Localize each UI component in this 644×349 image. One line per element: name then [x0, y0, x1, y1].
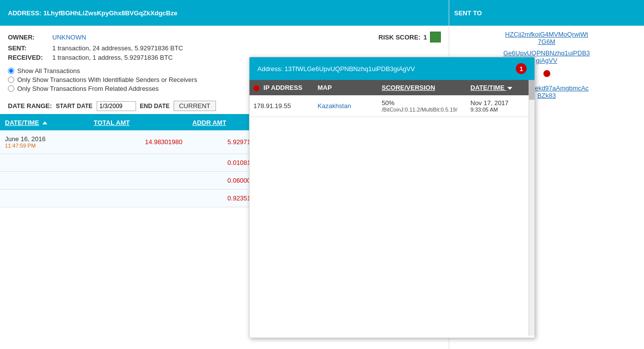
modal-header: Address: 13TfWLGe6UpvUQPNBNzhq1uiPDB3giA…: [250, 57, 535, 80]
cell-datetime-4: [0, 190, 89, 207]
cell-datetime-2: [0, 154, 89, 171]
radio-identifiable[interactable]: [8, 77, 14, 83]
total-amt-1: 14.98301980: [94, 138, 182, 146]
address-value: 1LhyfBGHhLiZwsKpyGhx8BVGqZkXdgcBze: [43, 9, 178, 17]
sent-value: 1 transaction, 24 addresses, 5.92971836 …: [52, 44, 183, 52]
radio-related-label[interactable]: Only Show Transactions From Related Addr…: [17, 85, 159, 92]
radio-related[interactable]: [8, 85, 14, 92]
date-range-label: DATE RANGE:: [8, 102, 52, 110]
modal-col-datetime[interactable]: DATE/TIME: [466, 80, 535, 95]
modal-cell-score: 50% /BitCoinJ:0.11.2/MultiBit:0.5.19/: [378, 95, 466, 116]
modal-cell-datetime: Nov 17, 2017 9:33:05 AM: [466, 95, 535, 116]
start-date-label: START DATE: [56, 103, 92, 110]
owner-value: UNKNOWN: [52, 34, 86, 41]
date-1: June 16, 2016: [5, 135, 84, 143]
modal-col-map[interactable]: MAP: [314, 80, 378, 95]
modal-badge: 1: [516, 63, 527, 74]
address-label: ADDRESS:: [8, 9, 41, 17]
modal-address-label: Address: 13TfWLGe6UpvUQPNBNzhq1uiPDB3giA…: [257, 65, 415, 73]
modal-sort-icon: [507, 87, 512, 90]
risk-color-box: [430, 32, 441, 42]
col-total-amt[interactable]: TOTAL AMT: [89, 115, 187, 130]
risk-score-area: RISK SCORE: 1: [379, 32, 441, 42]
radio-all-label[interactable]: Show All Transactions: [17, 67, 80, 75]
modal-cell-ip: 178.91.19.55: [250, 95, 314, 116]
radio-identifiable-label[interactable]: Only Show Transactions With Identifiable…: [17, 76, 197, 83]
sent-to-label: SENT TO: [454, 9, 482, 17]
cell-datetime-1: June 16, 2016 11:47:59 PM: [0, 130, 89, 154]
modal-scrollbar-thumb: [529, 80, 535, 100]
sent-label: SENT:: [8, 44, 52, 52]
radio-all[interactable]: [8, 68, 14, 74]
cell-total-2: [89, 154, 187, 171]
risk-label: RISK SCORE:: [379, 34, 421, 41]
modal-content: IP ADDRESS MAP SCORE/VERSION DATE/TIME 1…: [250, 80, 535, 336]
modal-scrollbar[interactable]: [529, 80, 535, 336]
modal-col-score[interactable]: SCORE/VERSION: [378, 80, 466, 95]
col-datetime[interactable]: DATE/TIME: [0, 115, 89, 130]
current-button[interactable]: CURRENT: [174, 101, 216, 111]
received-value: 1 transaction, 1 address, 5.92971836 BTC: [52, 54, 173, 61]
cell-total-4: [89, 190, 187, 207]
sort-asc-icon: [42, 121, 47, 124]
modal-cell-map: Kazakhstan: [314, 95, 378, 116]
owner-label: OWNER:: [8, 34, 52, 41]
modal-table-header: IP ADDRESS MAP SCORE/VERSION DATE/TIME: [250, 80, 535, 95]
start-date-input[interactable]: 1/3/2009: [97, 101, 136, 111]
red-dot-col: [253, 85, 259, 91]
cell-total-1: 14.98301980: [89, 130, 187, 154]
address-header: ADDRESS: 1LhyfBGHhLiZwsKpyGhx8BVGqZkXdgc…: [0, 0, 449, 26]
received-label: RECEIVED:: [8, 54, 52, 61]
end-date-label: END DATE: [140, 103, 170, 110]
cell-total-3: [89, 172, 187, 189]
modal-overlay: Address: 13TfWLGe6UpvUQPNBNzhq1uiPDB3giA…: [249, 57, 535, 338]
sent-link-1[interactable]: HZCjj2mfkojG4MVMoQrwjWt7G6M: [454, 31, 639, 45]
modal-col-ip[interactable]: IP ADDRESS: [250, 80, 314, 95]
sent-to-header: SENT TO: [449, 0, 644, 26]
modal-table-row: 178.91.19.55 Kazakhstan 50% /BitCoinJ:0.…: [250, 95, 535, 117]
time-1: 11:47:59 PM: [5, 143, 84, 149]
risk-score: 1: [424, 34, 427, 41]
cell-datetime-3: [0, 172, 89, 189]
red-dot-icon: [543, 70, 550, 77]
